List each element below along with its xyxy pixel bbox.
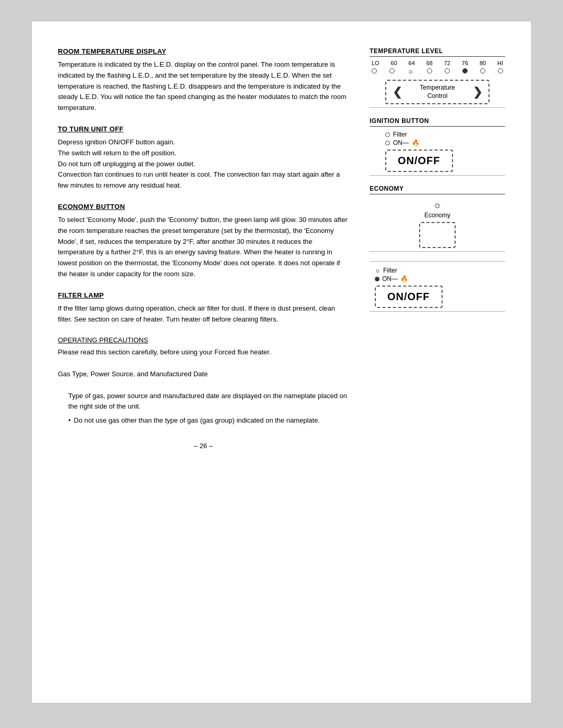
filter-lamp-top-divider (370, 261, 505, 262)
right-section-economy: ECONOMY ☼ Economy (370, 185, 505, 252)
temp-decrease-arrow[interactable]: ❮ (393, 85, 402, 99)
page: ROOM TEMPERATURE DISPLAY Temperature is … (31, 21, 532, 704)
filter-lamp-on-dot (375, 277, 380, 281)
section-room-temp-display: ROOM TEMPERATURE DISPLAY Temperature is … (58, 47, 349, 114)
filter-lamp-sun-icon: ☼ (375, 267, 381, 274)
section-title-room-temp: ROOM TEMPERATURE DISPLAY (58, 47, 349, 55)
filter-lamp-filter-row: ☼ Filter (375, 267, 505, 274)
temp-level-labels: LO 60 64 68 72 76 80 HI (370, 60, 505, 66)
section-body-turn-off: Depress ignition ON/OFF button again. Th… (58, 137, 349, 191)
filter-lamp-bottom-divider (370, 311, 505, 312)
section-filter-lamp: FILTER LAMP If the filter lamp glows dur… (58, 291, 349, 325)
temp-label-LO: LO (372, 60, 380, 66)
precautions-line2: Gas Type, Power Source, and Manufactured… (58, 369, 349, 380)
section-precautions: OPERATING PRECAUTIONS Please read this s… (58, 336, 349, 426)
section-title-filter: FILTER LAMP (58, 291, 349, 299)
section-body-economy: To select 'Economy Mode', push the 'Econ… (58, 215, 349, 280)
dot-76-filled (462, 68, 468, 73)
filter-lamp-onoff-button[interactable]: ON/OFF (375, 286, 443, 308)
temp-increase-arrow[interactable]: ❯ (473, 85, 482, 99)
right-section-filter-lamp: ☼ Filter ON— 🔥 ON/OFF (370, 261, 505, 312)
dot-80 (480, 68, 485, 73)
dot-HI (498, 68, 503, 73)
temp-label-64: 64 (409, 60, 415, 66)
precautions-bullet1: • Do not use gas other than the type of … (58, 415, 349, 426)
temp-label-60: 60 (391, 60, 397, 66)
economy-sun-icon: ☼ (433, 200, 442, 211)
ignition-onoff-button[interactable]: ON/OFF (385, 150, 453, 172)
section-title-economy: ECONOMY BUTTON (58, 203, 349, 211)
right-section-temp-level: TEMPERATURE LEVEL LO 60 64 68 72 76 80 H… (370, 47, 505, 108)
economy-label: Economy (424, 212, 450, 219)
bullet-text: Do not use gas other than the type of ga… (74, 415, 320, 426)
ignition-on-dot (385, 141, 390, 145)
bullet-dot: • (68, 415, 71, 426)
filter-lamp-filter-text: Filter (383, 267, 397, 274)
precautions-title: OPERATING PRECAUTIONS (58, 336, 349, 344)
temp-control-widget[interactable]: ❮ Temperature Control ❯ (385, 80, 489, 104)
page-number: – 26 – (58, 442, 349, 450)
economy-divider (370, 251, 505, 252)
ignition-on-text: ON— (393, 139, 409, 146)
temp-dots-row: ☼ (370, 67, 505, 75)
right-column: TEMPERATURE LEVEL LO 60 64 68 72 76 80 H… (364, 47, 505, 677)
temp-label-68: 68 (426, 60, 433, 66)
economy-box-button[interactable] (419, 222, 456, 248)
temp-divider (370, 107, 505, 108)
filter-lamp-widget: ☼ Filter ON— 🔥 ON/OFF (375, 267, 505, 308)
ignition-flame: 🔥 (412, 139, 420, 146)
dot-68 (427, 68, 432, 73)
temp-control-label: Temperature Control (420, 84, 455, 100)
section-body-filter: If the filter lamp glows during operatio… (58, 303, 349, 325)
right-title-ignition: IGNITION BUTTON (370, 117, 505, 127)
dot-LO (372, 68, 377, 73)
ignition-widget: Filter ON— 🔥 ON/OFF (385, 131, 505, 172)
filter-lamp-on-text: ON— (382, 275, 398, 282)
precautions-body: Please read this section carefully, befo… (58, 347, 349, 426)
ignition-filter-dot (385, 132, 390, 137)
economy-widget: ☼ Economy (370, 200, 505, 248)
left-column: ROOM TEMPERATURE DISPLAY Temperature is … (58, 47, 364, 677)
filter-lamp-on-row: ON— 🔥 (375, 275, 505, 282)
temp-label-76: 76 (462, 60, 468, 66)
temp-label-HI: HI (497, 60, 503, 66)
section-title-turn-off: TO TURN UNIT OFF (58, 125, 349, 133)
dot-64-sun: ☼ (407, 67, 414, 75)
ignition-filter-text: Filter (393, 131, 407, 138)
filter-lamp-flame: 🔥 (400, 275, 408, 282)
temp-label-72: 72 (444, 60, 450, 66)
dot-72 (445, 68, 450, 73)
section-body-room-temp: Temperature is indicated by the L.E.D. d… (58, 59, 349, 114)
right-title-temp-level: TEMPERATURE LEVEL (370, 47, 505, 57)
ignition-on-label: ON— 🔥 (385, 139, 420, 146)
section-turn-off: TO TURN UNIT OFF Depress ignition ON/OFF… (58, 125, 349, 191)
ignition-divider (370, 175, 505, 176)
temp-label-80: 80 (480, 60, 486, 66)
dot-60 (389, 68, 395, 73)
ignition-filter-label: Filter (385, 131, 407, 138)
precautions-line1: Please read this section carefully, befo… (58, 347, 349, 358)
right-title-economy: ECONOMY (370, 185, 505, 194)
section-economy-button: ECONOMY BUTTON To select 'Economy Mode',… (58, 203, 349, 280)
right-section-ignition: IGNITION BUTTON Filter ON— 🔥 ON/OFF (370, 117, 505, 176)
precautions-line3: Type of gas, power source and manufactur… (58, 391, 349, 413)
